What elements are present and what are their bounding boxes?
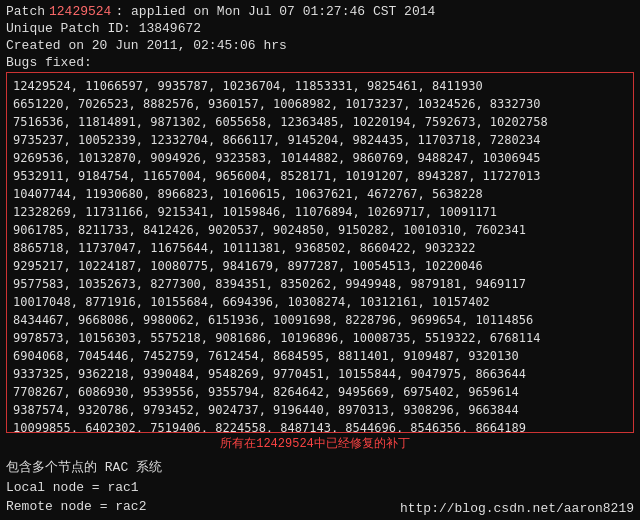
note-line: 所有在12429524中已经修复的补丁 [6, 435, 634, 452]
unique-patch-id-label: Unique Patch ID: [6, 21, 131, 36]
created-line: Created on 20 Jun 2011, 02:45:06 hrs [6, 38, 634, 53]
remote-node-equals: = [100, 499, 116, 514]
unique-patch-id-value: 13849672 [139, 21, 201, 36]
bugs-fixed-label: Bugs fixed: [6, 55, 634, 70]
remote-node-line: Remote node = rac2 [6, 499, 162, 514]
url-link: http://blog.csdn.net/aaron8219 [400, 501, 634, 516]
unique-patch-id-line: Unique Patch ID: 13849672 [6, 21, 634, 36]
local-node-equals: = [92, 480, 108, 495]
local-node-line: Local node = rac1 [6, 480, 162, 495]
remote-node-value: rac2 [115, 499, 146, 514]
terminal-window: Patch 12429524 : applied on Mon Jul 07 0… [0, 0, 640, 520]
rac-info: 包含多个节点的 RAC 系统 Local node = rac1 Remote … [6, 458, 162, 516]
local-node-value: rac1 [107, 480, 138, 495]
bugs-box: 12429524, 11066597, 9935787, 10236704, 1… [6, 72, 634, 433]
header-line: Patch 12429524 : applied on Mon Jul 07 0… [6, 4, 634, 19]
rac-label: 包含多个节点的 RAC 系统 [6, 458, 162, 476]
patch-info: : applied on Mon Jul 07 01:27:46 CST 201… [115, 4, 435, 19]
patch-label: Patch [6, 4, 45, 19]
bugs-text: 12429524, 11066597, 9935787, 10236704, 1… [13, 77, 627, 433]
bottom-section: 包含多个节点的 RAC 系统 Local node = rac1 Remote … [6, 458, 634, 516]
local-node-label: Local node [6, 480, 84, 495]
remote-node-label: Remote node [6, 499, 92, 514]
patch-number: 12429524 [49, 4, 111, 19]
